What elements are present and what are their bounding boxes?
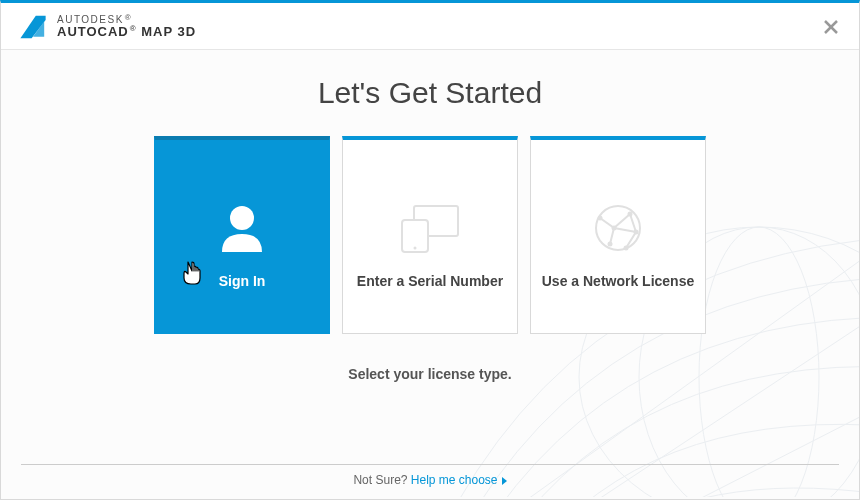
page-title: Let's Get Started: [1, 76, 859, 110]
devices-icon: [394, 200, 466, 256]
svg-point-14: [634, 229, 639, 234]
license-options: Sign In Enter a Serial Number: [1, 136, 859, 334]
brand-company: AUTODESK®: [57, 15, 196, 26]
user-icon: [210, 196, 274, 260]
footer-prompt: Not Sure?: [353, 473, 410, 487]
dialog-content: Let's Get Started Sign In: [1, 50, 859, 497]
brand-product-suffix: MAP 3D: [137, 24, 197, 39]
svg-point-13: [628, 211, 633, 216]
network-globe-icon: [590, 200, 646, 256]
brand-company-text: AUTODESK: [57, 14, 124, 25]
close-button[interactable]: [821, 17, 841, 37]
svg-point-12: [608, 241, 613, 246]
help-me-choose-link[interactable]: Help me choose: [411, 473, 498, 487]
svg-point-11: [612, 225, 617, 230]
dialog-header: AUTODESK® AUTOCAD® MAP 3D: [1, 3, 859, 50]
svg-point-8: [414, 246, 417, 249]
option-label: Sign In: [209, 273, 276, 291]
brand-product-prefix: AUTOCAD: [57, 24, 129, 39]
autodesk-logo-icon: [19, 13, 47, 41]
option-network-license[interactable]: Use a Network License: [530, 136, 706, 334]
svg-point-10: [598, 215, 603, 220]
option-label: Use a Network License: [532, 273, 705, 291]
close-icon: [821, 17, 841, 37]
brand-product: AUTOCAD® MAP 3D: [57, 25, 196, 39]
triangle-right-icon: [502, 477, 507, 485]
footer: Not Sure? Help me choose: [21, 464, 839, 487]
option-label: Enter a Serial Number: [347, 273, 513, 291]
svg-point-5: [230, 206, 254, 230]
svg-point-15: [624, 245, 629, 250]
license-dialog: AUTODESK® AUTOCAD® MAP 3D: [0, 0, 860, 500]
subtitle-text: Select your license type.: [1, 366, 859, 382]
option-sign-in[interactable]: Sign In: [154, 136, 330, 334]
brand-block: AUTODESK® AUTOCAD® MAP 3D: [57, 15, 196, 39]
option-serial-number[interactable]: Enter a Serial Number: [342, 136, 518, 334]
